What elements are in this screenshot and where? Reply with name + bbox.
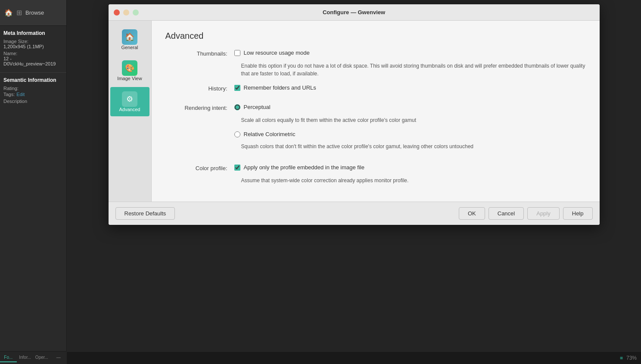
history-setting-row: History: Remember folders and URLs: [165, 84, 586, 92]
name-label: Name:: [3, 51, 63, 56]
window-controls: [114, 9, 139, 16]
low-resource-row: Low resource usage mode: [234, 50, 586, 56]
dialog-overlay: Configure — Gwenview 🏠 General 🎨 Image V…: [67, 0, 641, 364]
name-value: 12 - D0VckHu_preview~2019: [3, 56, 63, 66]
dialog-title: Configure — Gwenview: [323, 9, 385, 16]
sidebar-label-advanced: Advanced: [119, 107, 140, 112]
apply-button[interactable]: Apply: [527, 207, 560, 220]
footer-left: Restore Defaults: [115, 207, 175, 220]
sidebar-item-imageview[interactable]: 🎨 Image View: [110, 56, 149, 85]
perceptual-row: Perceptual: [234, 104, 586, 110]
low-resource-label: Low resource usage mode: [244, 50, 310, 56]
left-panel: 🏠 ⊞ Browse Meta Information Image Size: …: [0, 0, 67, 364]
perceptual-radio[interactable]: [234, 104, 240, 110]
relative-colorimetric-spacer: [165, 131, 234, 132]
dialog-body: 🏠 General 🎨 Image View ⚙ Advanced Advanc…: [109, 21, 600, 202]
apply-profile-checkbox[interactable]: [234, 165, 240, 171]
dialog-sidebar: 🏠 General 🎨 Image View ⚙ Advanced: [109, 21, 152, 202]
ok-button[interactable]: OK: [459, 207, 485, 220]
sidebar-item-general[interactable]: 🏠 General: [110, 25, 149, 54]
relative-colorimetric-desc: Squash colors that don't fit within the …: [241, 143, 586, 150]
color-profile-label: Color profile:: [165, 164, 234, 171]
sidebar-item-advanced[interactable]: ⚙ Advanced: [110, 87, 149, 116]
color-profile-row: Color profile: Apply only the profile em…: [165, 164, 586, 171]
home-icon: 🏠: [4, 9, 13, 17]
remember-folders-checkbox[interactable]: [234, 85, 240, 91]
remember-folders-label: Remember folders and URLs: [244, 84, 316, 91]
image-size-value: 1,200x945 (1.1MP): [3, 44, 63, 49]
dialog-titlebar: Configure — Gwenview: [109, 4, 600, 21]
rating-label: Rating:: [3, 86, 63, 91]
help-button[interactable]: Help: [563, 207, 593, 220]
grid-icon: ⊞: [16, 9, 22, 17]
perceptual-label: Perceptual: [244, 104, 271, 110]
tags-label: Tags:: [3, 92, 15, 97]
description-label: Description: [3, 99, 63, 104]
rendering-intent-control: Perceptual: [234, 104, 586, 110]
history-label: History:: [165, 84, 234, 92]
perceptual-desc: Scale all colors equally to fit them wit…: [241, 116, 586, 124]
remember-folders-row: Remember folders and URLs: [234, 84, 586, 91]
left-panel-header: 🏠 ⊞ Browse: [0, 0, 66, 26]
history-control: Remember folders and URLs: [234, 84, 586, 91]
relative-colorimetric-control: Relative Colorimetric: [234, 131, 586, 137]
restore-defaults-button[interactable]: Restore Defaults: [115, 207, 175, 220]
rendering-intent-row: Rendering intent: Perceptual: [165, 104, 586, 111]
relative-colorimetric-row: Relative Colorimetric: [165, 131, 586, 137]
apply-profile-label: Apply only the profile embedded in the i…: [244, 164, 364, 171]
sidebar-label-general: General: [121, 45, 138, 50]
meta-information-section: Meta Information Image Size: 1,200x945 (…: [0, 26, 66, 73]
section-title: Advanced: [165, 31, 586, 41]
low-resource-checkbox[interactable]: [234, 50, 240, 56]
tab-folder[interactable]: Fo...: [0, 353, 17, 362]
dialog-content: Advanced Thumbnails: Low resource usage …: [152, 21, 600, 202]
tab-extra[interactable]: —: [50, 353, 67, 362]
rendering-intent-label: Rendering intent:: [165, 104, 234, 111]
minimize-button[interactable]: [123, 9, 129, 16]
footer-right: OK Cancel Apply Help: [459, 207, 593, 220]
apply-profile-row: Apply only the profile embedded in the i…: [234, 164, 586, 171]
tab-info[interactable]: Infor...: [17, 353, 34, 362]
semantic-title: Semantic Information: [3, 77, 63, 83]
semantic-information-section: Semantic Information Rating: Tags: Edit …: [0, 73, 66, 108]
edit-tags-link[interactable]: Edit: [16, 92, 25, 97]
browse-button[interactable]: Browse: [25, 9, 44, 16]
low-resource-desc: Enable this option if you do not have a …: [241, 62, 586, 78]
thumbnails-setting-row: Thumbnails: Low resource usage mode: [165, 50, 586, 57]
maximize-button[interactable]: [133, 9, 139, 16]
relative-colorimetric-label: Relative Colorimetric: [244, 131, 296, 137]
general-icon: 🏠: [122, 29, 137, 45]
close-button[interactable]: [114, 9, 120, 16]
color-profile-control: Apply only the profile embedded in the i…: [234, 164, 586, 171]
relative-colorimetric-radio[interactable]: [234, 131, 240, 137]
dialog-footer: Restore Defaults OK Cancel Apply Help: [109, 202, 600, 225]
advanced-icon: ⚙: [122, 91, 137, 107]
configure-dialog: Configure — Gwenview 🏠 General 🎨 Image V…: [109, 4, 600, 225]
meta-info-title: Meta Information: [3, 30, 63, 36]
apply-profile-desc: Assume that system-wide color correction…: [241, 177, 586, 184]
cancel-button[interactable]: Cancel: [489, 207, 524, 220]
relative-colorimetric-option: Relative Colorimetric: [234, 131, 586, 137]
thumbnails-control: Low resource usage mode: [234, 50, 586, 56]
bottom-tabs: Fo... Infor... Oper... —: [0, 351, 67, 364]
sidebar-label-imageview: Image View: [117, 76, 142, 81]
image-size-label: Image Size:: [3, 39, 63, 44]
tab-operations[interactable]: Oper...: [34, 353, 50, 362]
thumbnails-label: Thumbnails:: [165, 50, 234, 57]
imageview-icon: 🎨: [122, 60, 137, 76]
